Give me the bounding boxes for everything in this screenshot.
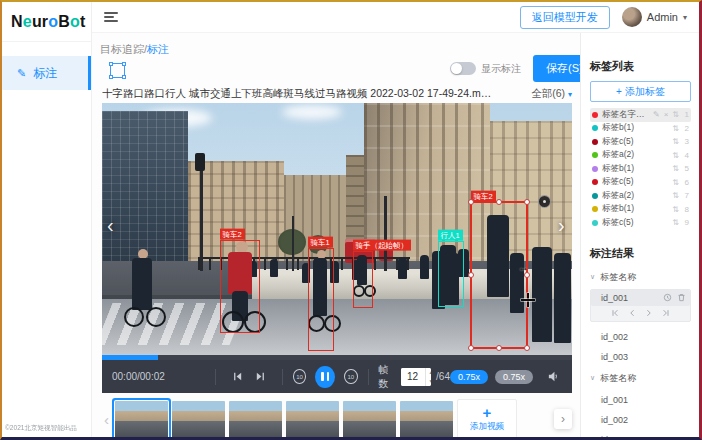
frame-number-input[interactable] <box>401 368 425 386</box>
menu-fold-icon[interactable] <box>104 10 118 24</box>
rect-select-tool-icon[interactable] <box>110 63 125 78</box>
resize-handle[interactable] <box>524 199 530 205</box>
prev-video-chevron-icon[interactable]: ‹ <box>107 215 114 235</box>
forward-10-button[interactable]: 10 <box>344 369 358 384</box>
bbox-rider-start-frame[interactable]: 骑手（起始帧） <box>353 251 373 308</box>
next-frame-button[interactable] <box>249 371 272 382</box>
delete-icon[interactable]: × <box>664 110 669 119</box>
shortcut-number: 4 <box>683 151 689 160</box>
result-item[interactable]: id_003 <box>590 352 691 362</box>
filter-dropdown[interactable]: 全部(6)▾ <box>531 87 572 101</box>
user-name: Admin <box>647 11 678 23</box>
result-item[interactable]: id_002 <box>590 415 691 425</box>
bbox-label: 骑手（起始帧） <box>353 239 412 250</box>
label-name: 标签c(5) <box>602 136 668 148</box>
video-thumbnail-1[interactable] <box>115 401 168 438</box>
sort-icon[interactable]: ⇅ <box>672 205 679 214</box>
label-item[interactable]: 标签b(1)⇅8 <box>590 203 691 217</box>
result-item-selected[interactable]: id_001 <box>591 290 690 306</box>
pause-button[interactable] <box>315 366 335 388</box>
video-thumbnail-3[interactable] <box>229 401 282 438</box>
show-annotations-toggle[interactable] <box>450 62 476 75</box>
result-item[interactable]: id_001 <box>590 395 691 405</box>
scene-person <box>398 257 407 279</box>
sort-icon[interactable]: ⇅ <box>672 218 679 227</box>
rewind-10-button[interactable]: 10 <box>293 369 307 384</box>
filmstrip: ‹ + 添加视频 › <box>102 396 572 440</box>
sort-icon[interactable]: ⇅ <box>672 137 679 146</box>
last-page-icon[interactable] <box>662 309 670 317</box>
video-thumbnail-6[interactable] <box>400 401 453 438</box>
label-item[interactable]: 标签c(5)⇅6 <box>590 176 691 190</box>
label-item[interactable]: 标签名字最长数... ✎ × ⇅ 1 <box>590 108 691 122</box>
frame-count-label: 帧数 <box>379 363 396 391</box>
add-label-button[interactable]: +添加标签 <box>590 81 691 102</box>
skip-seconds-label: 10 <box>296 374 303 380</box>
sidebar-item-annotate[interactable]: ✎ 标注 <box>2 56 91 90</box>
resize-handle[interactable] <box>524 345 530 351</box>
sort-icon[interactable]: ⇅ <box>672 151 679 160</box>
video-thumbnail-5[interactable] <box>343 401 396 438</box>
resize-handle[interactable] <box>496 199 502 205</box>
box-context-button[interactable] <box>538 195 551 208</box>
sort-icon[interactable]: ⇅ <box>672 191 679 200</box>
seek-bar[interactable] <box>102 355 572 360</box>
label-color-dot <box>592 139 598 145</box>
label-item[interactable]: 标签a(2)⇅4 <box>590 149 691 163</box>
result-group[interactable]: ∨标签名称 <box>590 372 691 385</box>
bbox-pedestrian-1[interactable]: 行人1 <box>438 241 464 307</box>
breadcrumb-current: 标注 <box>147 43 169 55</box>
result-item[interactable]: id_003 <box>590 435 691 438</box>
video-thumbnail-2[interactable] <box>172 401 225 438</box>
label-item[interactable]: 标签a(2)⇅7 <box>590 189 691 203</box>
bbox-cyclist-2[interactable]: 骑车2 <box>220 240 260 333</box>
video-canvas[interactable]: 骑车2 骑车1 骑手（起始帧） 行人1 骑车2 <box>102 103 572 355</box>
label-name: 标签b(1) <box>602 203 668 215</box>
sort-icon[interactable]: ⇅ <box>672 178 679 187</box>
copyright-text: ©2021北京矩视智能出品 <box>5 423 77 432</box>
first-page-icon[interactable] <box>611 309 619 317</box>
filmstrip-right-chevron-button[interactable]: › <box>554 409 572 429</box>
add-video-button[interactable]: + 添加视频 <box>457 399 517 439</box>
video-thumbnail-4[interactable] <box>286 401 339 438</box>
sort-icon[interactable]: ⇅ <box>672 164 679 173</box>
sort-icon[interactable]: ⇅ <box>672 110 679 119</box>
breadcrumb-parent[interactable]: 目标追踪 <box>100 43 144 55</box>
label-item[interactable]: 标签b(1)⇅5 <box>590 162 691 176</box>
bbox-cyclist-2-selected[interactable]: 骑车2 <box>470 201 528 349</box>
result-item-label: id_001 <box>601 293 628 303</box>
prev-page-icon[interactable] <box>628 309 636 317</box>
right-panel: 标签列表 +添加标签 标签名字最长数... ✎ × ⇅ 1 标签b(1)⇅2 标… <box>580 33 699 437</box>
logo-letter: N <box>11 13 23 31</box>
next-page-icon[interactable] <box>645 309 653 317</box>
frame-increment-icon[interactable]: ▲ <box>426 368 432 377</box>
trash-icon[interactable] <box>677 293 686 302</box>
volume-icon[interactable] <box>547 370 560 383</box>
edit-icon[interactable]: ✎ <box>653 110 660 119</box>
filmstrip-left-chevron-icon[interactable]: ‹ <box>102 411 111 428</box>
shortcut-number: 8 <box>683 205 689 214</box>
sort-icon[interactable]: ⇅ <box>672 124 679 133</box>
resize-handle[interactable] <box>468 199 474 205</box>
prev-frame-button[interactable] <box>226 371 249 382</box>
label-name: 标签c(5) <box>602 176 668 188</box>
user-menu[interactable]: Admin ▾ <box>622 7 687 27</box>
resize-handle[interactable] <box>468 345 474 351</box>
bbox-cyclist-1[interactable]: 骑车1 <box>308 248 334 351</box>
label-item[interactable]: 标签b(1)⇅2 <box>590 122 691 136</box>
resize-handle[interactable] <box>468 272 474 278</box>
history-icon[interactable] <box>663 293 672 302</box>
label-item[interactable]: 标签c(5)⇅9 <box>590 216 691 230</box>
speed-pill-active[interactable]: 0.75x <box>450 370 488 384</box>
speed-pill-inactive[interactable]: 0.75x <box>495 370 533 384</box>
seek-progress <box>102 355 158 360</box>
next-video-chevron-icon[interactable]: › <box>558 215 565 235</box>
result-group[interactable]: ∨标签名称 <box>590 271 691 284</box>
resize-handle[interactable] <box>496 345 502 351</box>
result-item[interactable]: id_002 <box>590 332 691 342</box>
shortcut-number: 6 <box>683 178 689 187</box>
frame-decrement-icon[interactable]: ▼ <box>426 377 432 386</box>
add-label-text: 添加标签 <box>625 85 665 99</box>
back-to-model-dev-button[interactable]: 返回模型开发 <box>520 6 610 29</box>
label-item[interactable]: 标签c(5)⇅3 <box>590 135 691 149</box>
